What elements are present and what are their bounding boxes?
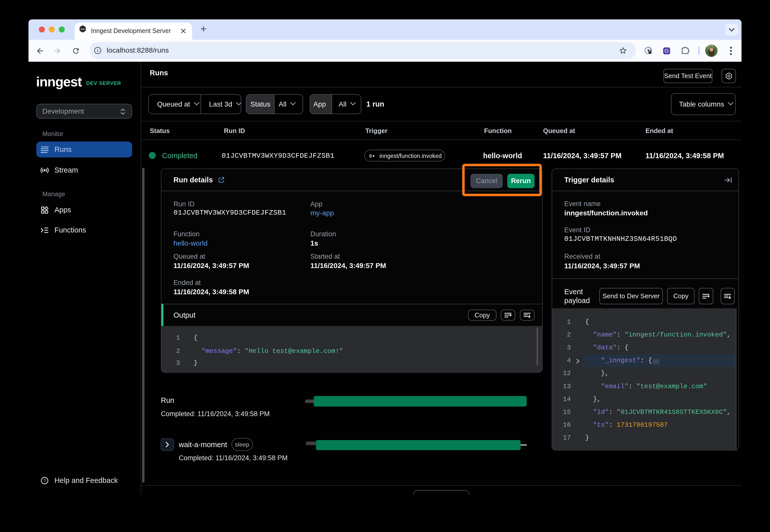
svg-text:?: ? <box>43 478 46 483</box>
